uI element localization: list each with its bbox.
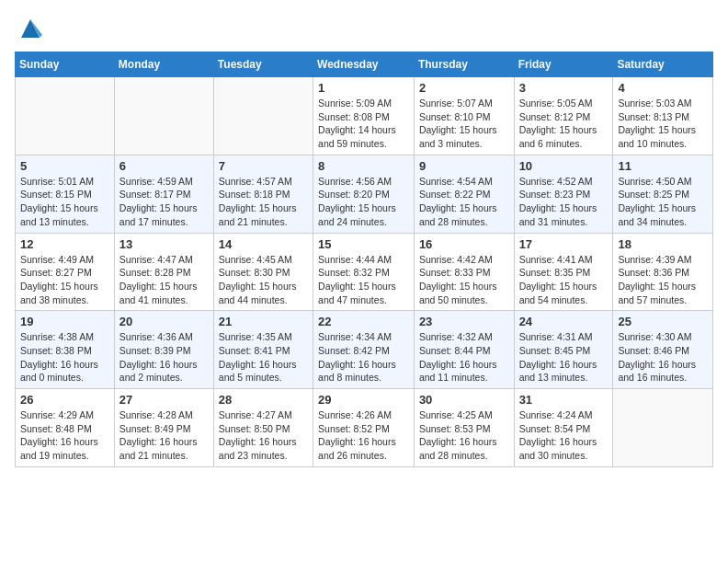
page-header bbox=[15, 15, 713, 42]
day-number: 7 bbox=[219, 159, 308, 173]
day-info: Sunrise: 5:03 AM Sunset: 8:13 PM Dayligh… bbox=[618, 97, 708, 151]
calendar-cell: 23Sunrise: 4:32 AM Sunset: 8:44 PM Dayli… bbox=[414, 311, 514, 389]
calendar-cell: 2Sunrise: 5:07 AM Sunset: 8:10 PM Daylig… bbox=[414, 77, 514, 155]
day-info: Sunrise: 4:50 AM Sunset: 8:25 PM Dayligh… bbox=[618, 175, 708, 229]
day-info: Sunrise: 4:34 AM Sunset: 8:42 PM Dayligh… bbox=[318, 330, 409, 385]
day-of-week-thursday: Thursday bbox=[414, 52, 514, 77]
day-number: 29 bbox=[318, 393, 409, 407]
day-info: Sunrise: 4:59 AM Sunset: 8:17 PM Dayligh… bbox=[119, 175, 209, 229]
calendar-cell bbox=[16, 77, 115, 155]
calendar-cell: 27Sunrise: 4:28 AM Sunset: 8:49 PM Dayli… bbox=[114, 389, 213, 467]
day-number: 21 bbox=[219, 315, 308, 328]
calendar-cell: 13Sunrise: 4:47 AM Sunset: 8:28 PM Dayli… bbox=[114, 233, 213, 311]
day-of-week-wednesday: Wednesday bbox=[313, 52, 415, 77]
calendar-cell: 6Sunrise: 4:59 AM Sunset: 8:17 PM Daylig… bbox=[114, 155, 213, 233]
calendar-table: SundayMondayTuesdayWednesdayThursdayFrid… bbox=[15, 52, 713, 467]
day-info: Sunrise: 4:25 AM Sunset: 8:53 PM Dayligh… bbox=[419, 408, 509, 463]
calendar-cell: 10Sunrise: 4:52 AM Sunset: 8:23 PM Dayli… bbox=[514, 155, 613, 233]
day-info: Sunrise: 4:32 AM Sunset: 8:44 PM Dayligh… bbox=[419, 330, 509, 385]
day-number: 14 bbox=[219, 237, 308, 251]
day-number: 18 bbox=[618, 237, 708, 251]
day-of-week-tuesday: Tuesday bbox=[213, 52, 313, 77]
day-number: 6 bbox=[119, 159, 209, 173]
logo bbox=[15, 15, 44, 42]
day-number: 15 bbox=[318, 237, 409, 251]
day-number: 20 bbox=[119, 315, 209, 328]
calendar-cell: 26Sunrise: 4:29 AM Sunset: 8:48 PM Dayli… bbox=[16, 389, 115, 467]
calendar-cell: 5Sunrise: 5:01 AM Sunset: 8:15 PM Daylig… bbox=[16, 155, 115, 233]
day-of-week-sunday: Sunday bbox=[16, 52, 115, 77]
day-number: 25 bbox=[618, 315, 708, 328]
day-number: 23 bbox=[419, 315, 509, 328]
day-number: 4 bbox=[618, 81, 708, 95]
day-info: Sunrise: 5:07 AM Sunset: 8:10 PM Dayligh… bbox=[419, 97, 509, 151]
day-number: 22 bbox=[318, 315, 409, 328]
calendar-cell: 31Sunrise: 4:24 AM Sunset: 8:54 PM Dayli… bbox=[514, 389, 613, 467]
calendar-cell: 21Sunrise: 4:35 AM Sunset: 8:41 PM Dayli… bbox=[213, 311, 313, 389]
calendar-cell: 12Sunrise: 4:49 AM Sunset: 8:27 PM Dayli… bbox=[16, 233, 115, 311]
calendar-week-row: 26Sunrise: 4:29 AM Sunset: 8:48 PM Dayli… bbox=[16, 389, 713, 467]
calendar-cell: 29Sunrise: 4:26 AM Sunset: 8:52 PM Dayli… bbox=[313, 389, 415, 467]
calendar-cell: 22Sunrise: 4:34 AM Sunset: 8:42 PM Dayli… bbox=[313, 311, 415, 389]
calendar-cell: 20Sunrise: 4:36 AM Sunset: 8:39 PM Dayli… bbox=[114, 311, 213, 389]
day-number: 11 bbox=[618, 159, 708, 173]
day-number: 3 bbox=[519, 81, 609, 95]
calendar-week-row: 12Sunrise: 4:49 AM Sunset: 8:27 PM Dayli… bbox=[16, 233, 713, 311]
day-number: 5 bbox=[20, 159, 109, 173]
day-number: 2 bbox=[419, 81, 509, 95]
calendar-cell: 15Sunrise: 4:44 AM Sunset: 8:32 PM Dayli… bbox=[313, 233, 415, 311]
calendar-cell: 4Sunrise: 5:03 AM Sunset: 8:13 PM Daylig… bbox=[613, 77, 713, 155]
day-info: Sunrise: 5:09 AM Sunset: 8:08 PM Dayligh… bbox=[318, 97, 409, 151]
calendar-cell: 30Sunrise: 4:25 AM Sunset: 8:53 PM Dayli… bbox=[414, 389, 514, 467]
calendar-cell bbox=[114, 77, 213, 155]
day-info: Sunrise: 4:45 AM Sunset: 8:30 PM Dayligh… bbox=[219, 253, 308, 307]
day-info: Sunrise: 4:27 AM Sunset: 8:50 PM Dayligh… bbox=[219, 408, 308, 463]
calendar-week-row: 5Sunrise: 5:01 AM Sunset: 8:15 PM Daylig… bbox=[16, 155, 713, 233]
calendar-cell: 8Sunrise: 4:56 AM Sunset: 8:20 PM Daylig… bbox=[313, 155, 415, 233]
day-of-week-friday: Friday bbox=[514, 52, 613, 77]
day-info: Sunrise: 4:54 AM Sunset: 8:22 PM Dayligh… bbox=[419, 175, 509, 229]
day-of-week-saturday: Saturday bbox=[613, 52, 713, 77]
calendar-cell: 18Sunrise: 4:39 AM Sunset: 8:36 PM Dayli… bbox=[613, 233, 713, 311]
day-number: 9 bbox=[419, 159, 509, 173]
day-info: Sunrise: 4:29 AM Sunset: 8:48 PM Dayligh… bbox=[20, 408, 109, 463]
day-info: Sunrise: 4:36 AM Sunset: 8:39 PM Dayligh… bbox=[119, 330, 209, 385]
day-info: Sunrise: 4:47 AM Sunset: 8:28 PM Dayligh… bbox=[119, 253, 209, 307]
day-number: 24 bbox=[519, 315, 609, 328]
calendar-cell: 14Sunrise: 4:45 AM Sunset: 8:30 PM Dayli… bbox=[213, 233, 313, 311]
calendar-cell: 19Sunrise: 4:38 AM Sunset: 8:38 PM Dayli… bbox=[16, 311, 115, 389]
day-info: Sunrise: 4:24 AM Sunset: 8:54 PM Dayligh… bbox=[519, 408, 609, 463]
day-info: Sunrise: 4:28 AM Sunset: 8:49 PM Dayligh… bbox=[119, 408, 209, 463]
day-info: Sunrise: 4:42 AM Sunset: 8:33 PM Dayligh… bbox=[419, 253, 509, 307]
day-number: 8 bbox=[318, 159, 409, 173]
day-number: 12 bbox=[20, 237, 109, 251]
calendar-week-row: 19Sunrise: 4:38 AM Sunset: 8:38 PM Dayli… bbox=[16, 311, 713, 389]
day-info: Sunrise: 4:39 AM Sunset: 8:36 PM Dayligh… bbox=[618, 253, 708, 307]
day-info: Sunrise: 4:41 AM Sunset: 8:35 PM Dayligh… bbox=[519, 253, 609, 307]
day-info: Sunrise: 5:05 AM Sunset: 8:12 PM Dayligh… bbox=[519, 97, 609, 151]
day-info: Sunrise: 4:30 AM Sunset: 8:46 PM Dayligh… bbox=[618, 330, 708, 385]
day-number: 26 bbox=[20, 393, 109, 407]
calendar-cell bbox=[213, 77, 313, 155]
calendar-cell: 1Sunrise: 5:09 AM Sunset: 8:08 PM Daylig… bbox=[313, 77, 415, 155]
day-number: 1 bbox=[318, 81, 409, 95]
calendar-cell: 11Sunrise: 4:50 AM Sunset: 8:25 PM Dayli… bbox=[613, 155, 713, 233]
calendar-header-row: SundayMondayTuesdayWednesdayThursdayFrid… bbox=[16, 52, 713, 77]
day-of-week-monday: Monday bbox=[114, 52, 213, 77]
calendar-cell: 24Sunrise: 4:31 AM Sunset: 8:45 PM Dayli… bbox=[514, 311, 613, 389]
day-number: 17 bbox=[519, 237, 609, 251]
calendar-cell bbox=[613, 389, 713, 467]
day-info: Sunrise: 4:57 AM Sunset: 8:18 PM Dayligh… bbox=[219, 175, 308, 229]
calendar-cell: 28Sunrise: 4:27 AM Sunset: 8:50 PM Dayli… bbox=[213, 389, 313, 467]
day-number: 30 bbox=[419, 393, 509, 407]
day-number: 13 bbox=[119, 237, 209, 251]
day-number: 28 bbox=[219, 393, 308, 407]
day-info: Sunrise: 4:38 AM Sunset: 8:38 PM Dayligh… bbox=[20, 330, 109, 385]
day-number: 19 bbox=[20, 315, 109, 328]
day-number: 10 bbox=[519, 159, 609, 173]
day-info: Sunrise: 4:31 AM Sunset: 8:45 PM Dayligh… bbox=[519, 330, 609, 385]
calendar-cell: 9Sunrise: 4:54 AM Sunset: 8:22 PM Daylig… bbox=[414, 155, 514, 233]
calendar-cell: 17Sunrise: 4:41 AM Sunset: 8:35 PM Dayli… bbox=[514, 233, 613, 311]
calendar-cell: 25Sunrise: 4:30 AM Sunset: 8:46 PM Dayli… bbox=[613, 311, 713, 389]
day-info: Sunrise: 4:44 AM Sunset: 8:32 PM Dayligh… bbox=[318, 253, 409, 307]
